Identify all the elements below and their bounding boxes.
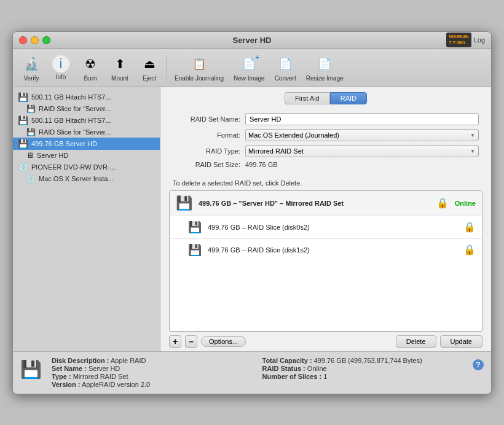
window-controls [19,36,50,44]
raid-list-item-disk0[interactable]: 💾 499.76 GB – RAID Slice (disk0s2) 🔒 [170,216,482,239]
status-bar: 💾 Disk Description : Apple RAID Set Name… [13,351,491,394]
disk-desc-label: Disk Description : [52,357,109,364]
format-select[interactable]: Mac OS Extended (Journaled) [245,129,479,141]
format-select-wrap: Mac OS Extended (Journaled) [245,129,479,141]
sidebar-item-label: Mac OS X Server Insta... [39,175,114,182]
eject-icon: ⏏ [140,54,159,74]
set-name-value: Server HD [89,365,120,372]
add-button[interactable]: + [169,335,181,348]
verify-button[interactable]: 🔬 Verify [18,52,45,84]
remove-button[interactable]: – [185,335,197,348]
lock-icon: 🔒 [436,197,449,209]
lock-icon: 🔒 [463,244,476,255]
dvd-icon: 💿 [18,162,28,172]
sidebar-item-raid-slice1[interactable]: 💾 RAID Slice for "Server... [13,103,160,114]
raid-status-value: Online [307,365,327,372]
drive-icon: 💾 [18,92,28,102]
resize-image-label: Resize Image [306,75,344,82]
maximize-button[interactable] [42,36,50,44]
disk-desc-row: Disk Description : Apple RAID [52,357,253,364]
bottom-toolbar: + – Options... Delete Update [160,332,491,351]
raid-header-icon: 💾 [176,195,192,211]
burn-button[interactable]: ☢ Burn [77,52,104,84]
tab-bar: First Aid RAID [160,87,491,108]
sidebar-item-hts2[interactable]: 💾 500.11 GB Hitachi HTS7... [13,114,160,127]
set-name-label: Set Name : [52,365,87,372]
update-button[interactable]: Update [440,335,482,348]
volume-icon: 🖥 [26,151,34,160]
drive-icon: 💾 [26,104,36,113]
raid-status-label: RAID Status : [262,365,305,372]
sidebar-item-label: 499.76 GB Server HD [31,140,97,147]
log-badge: WARNIN 7.7:561 [446,33,471,47]
log-label[interactable]: Log [474,36,485,44]
toolbar-separator [167,55,167,80]
eject-button[interactable]: ⏏ Eject [136,52,163,84]
convert-button[interactable]: 📄 Convert [271,52,300,84]
type-label: Type : [52,373,71,380]
status-info-left: Disk Description : Apple RAID Set Name :… [52,357,253,389]
close-button[interactable] [19,36,27,44]
raid-set-size-label: RAID Set Size: [173,161,240,168]
sidebar-item-label: RAID Slice for "Server... [39,128,111,136]
raid-item-name: 499.76 GB – "Server HD" – Mirrored RAID … [199,200,430,207]
new-image-button[interactable]: 📄+ New Image [230,52,269,84]
type-value: Mirrored RAID Set [73,373,128,380]
raid-type-select-wrap: Mirrored RAID Set [245,145,479,157]
convert-label: Convert [275,75,296,82]
sidebar-item-hts1[interactable]: 💾 500.11 GB Hitachi HTS7... [13,91,160,103]
content-area: First Aid RAID RAID Set Name: Format: Ma… [160,87,491,351]
new-image-icon: 📄+ [239,54,259,74]
main-window: Server HD WARNIN 7.7:561 Log 🔬 Verify i … [12,31,492,394]
minimize-button[interactable] [31,36,39,44]
enable-journaling-button[interactable]: 📋 Enable Journaling [171,52,227,84]
sidebar-item-pioneer[interactable]: 💿 PIONEER DVD-RW DVR-... [13,161,160,173]
raid-status-row: RAID Status : Online [262,365,463,372]
verify-icon: 🔬 [22,54,41,74]
raid-set-name-input[interactable] [245,113,479,125]
status-disk-icon: 💾 [20,359,42,380]
info-button[interactable]: i Info [47,53,74,83]
sidebar-item-label: RAID Slice for "Server... [39,105,111,112]
raid-type-select[interactable]: Mirrored RAID Set [245,145,479,157]
num-slices-row: Number of Slices : 1 [262,373,463,380]
delete-button[interactable]: Delete [396,335,436,348]
sidebar-item-raid-slice2[interactable]: 💾 RAID Slice for "Server... [13,127,160,138]
drive-icon: 💾 [18,139,28,149]
total-capacity-value: 499.76 GB (499,763,871,744 Bytes) [314,357,422,364]
tab-first-aid[interactable]: First Aid [285,92,330,104]
raid-item-name: 499.76 GB – RAID Slice (disk0s2) [208,224,457,231]
titlebar: Server HD WARNIN 7.7:561 Log [13,32,491,49]
options-button[interactable]: Options... [201,336,246,347]
format-row: Format: Mac OS Extended (Journaled) [173,129,479,141]
version-row: Version : AppleRAID version 2.0 [52,381,253,388]
raid-list-item-disk1[interactable]: 💾 499.76 GB – RAID Slice (disk1s2) 🔒 [170,239,482,261]
help-button[interactable]: ? [473,359,484,370]
resize-image-button[interactable]: 📄 Resize Image [302,52,347,84]
enable-journaling-label: Enable Journaling [175,75,224,82]
sidebar-item-server-hd-vol[interactable]: 🖥 Server HD [13,150,160,161]
window-title: Server HD [233,36,272,45]
version-label: Version : [52,381,80,388]
raid-slice-icon: 💾 [188,243,202,257]
sidebar: 💾 500.11 GB Hitachi HTS7... 💾 RAID Slice… [13,87,160,351]
resize-image-icon: 📄 [315,54,334,74]
burn-icon: ☢ [81,54,100,74]
raid-status-online: Online [455,200,476,207]
main-area: 💾 500.11 GB Hitachi HTS7... 💾 RAID Slice… [13,87,491,351]
sidebar-item-label: Server HD [37,152,68,159]
burn-label: Burn [84,75,96,82]
raid-item-name: 499.76 GB – RAID Slice (disk1s2) [208,246,457,254]
raid-type-row: RAID Type: Mirrored RAID Set [173,145,479,157]
num-slices-value: 1 [323,373,327,380]
mount-label: Mount [111,75,128,82]
set-name-row: Set Name : Server HD [52,365,253,372]
mount-button[interactable]: ⬆ Mount [106,52,133,84]
raid-list-item-header[interactable]: 💾 499.76 GB – "Server HD" – Mirrored RAI… [170,191,482,216]
sidebar-item-label: 500.11 GB Hitachi HTS7... [31,93,111,101]
sidebar-item-server-hd[interactable]: 💾 499.76 GB Server HD [13,138,160,150]
sidebar-item-label: PIONEER DVD-RW DVR-... [31,163,116,171]
tab-raid[interactable]: RAID [330,92,367,104]
eject-label: Eject [143,75,156,82]
sidebar-item-macosx[interactable]: 💿 Mac OS X Server Insta... [13,173,160,184]
